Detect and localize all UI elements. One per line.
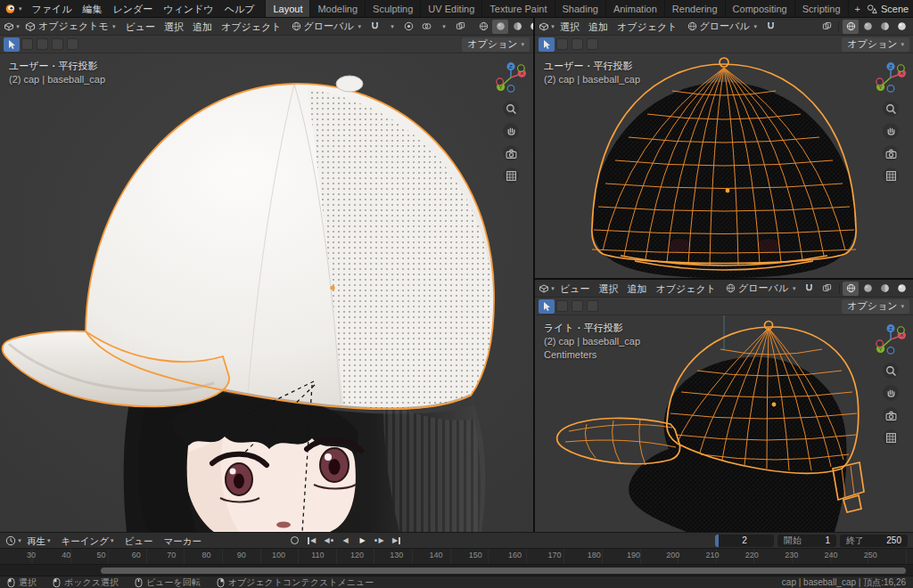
timeline-editor-type-button[interactable]: ▾ xyxy=(5,534,21,548)
viewport-menu-item[interactable]: ビュー xyxy=(121,20,160,34)
viewport-menu-item[interactable]: 選択 xyxy=(160,20,188,34)
tool-option-button[interactable] xyxy=(21,38,33,50)
zoom-button[interactable] xyxy=(883,101,899,117)
viewport-menu-item[interactable]: 選択 xyxy=(555,20,584,34)
frame-end-field[interactable]: 終了 250 xyxy=(840,535,908,547)
viewport-menu-item[interactable]: オブジェクト xyxy=(217,20,286,34)
navigation-gizmo[interactable] xyxy=(874,323,908,356)
snap-dropdown[interactable]: ▾ xyxy=(383,20,399,34)
shading-solid-button[interactable] xyxy=(492,20,508,34)
camera-view-button[interactable] xyxy=(883,407,899,423)
camera-view-button[interactable] xyxy=(883,145,899,161)
tool-option-button[interactable] xyxy=(587,38,598,50)
workspace-tab-uv-editing[interactable]: UV Editing xyxy=(420,0,481,17)
workspace-tab-rendering[interactable]: Rendering xyxy=(664,0,725,17)
viewport-menu-item[interactable]: オブジェクト xyxy=(613,20,682,34)
shading-solid-button[interactable] xyxy=(860,20,876,34)
scrollbar-thumb[interactable] xyxy=(101,568,906,574)
orientation-dropdown[interactable]: グローバル ▾ xyxy=(721,282,801,296)
workspace-tab-sculpting[interactable]: Sculpting xyxy=(365,0,420,17)
options-button[interactable]: オプション ▾ xyxy=(842,299,909,314)
pan-button[interactable] xyxy=(503,123,519,139)
workspace-tab-scripting[interactable]: Scripting xyxy=(794,0,848,17)
orientation-dropdown[interactable]: グローバル ▾ xyxy=(287,20,366,34)
viewport-menu-item[interactable]: 選択 xyxy=(595,282,623,296)
proportional-edit-toggle[interactable] xyxy=(400,20,416,34)
shading-material-button[interactable] xyxy=(509,20,525,34)
zoom-button[interactable] xyxy=(503,101,519,117)
tool-option-button[interactable] xyxy=(587,300,598,312)
viewport-top-right-canvas[interactable]: ユーザー・平行投影 (2) cap | baseball_cap xyxy=(535,53,913,278)
tool-option-button[interactable] xyxy=(556,38,568,50)
playback-menu[interactable]: 再生▾ xyxy=(21,534,56,548)
perspective-toggle-button[interactable] xyxy=(883,429,899,445)
jump-to-start-button[interactable]: ◀ xyxy=(304,535,319,547)
workspace-tab-compositing[interactable]: Compositing xyxy=(725,0,794,17)
pan-button[interactable] xyxy=(883,385,899,401)
options-button[interactable]: オプション ▾ xyxy=(462,37,530,52)
topbar-menu-item[interactable]: ヘルプ xyxy=(219,2,260,16)
xray-toggle[interactable] xyxy=(452,20,468,34)
play-reverse-button[interactable]: ◀ xyxy=(338,535,353,547)
next-keyframe-button[interactable]: ▶ xyxy=(372,535,387,547)
orientation-dropdown[interactable]: グローバル ▾ xyxy=(683,20,762,34)
xray-toggle[interactable] xyxy=(818,20,835,34)
show-gizmo-toggle[interactable] xyxy=(418,20,434,34)
editor-type-button[interactable]: ▾ xyxy=(4,20,20,34)
viewport-menu-item[interactable]: オブジェクト xyxy=(652,282,721,296)
tool-option-button[interactable] xyxy=(572,38,583,50)
topbar-menu-item[interactable]: ファイル xyxy=(27,2,78,16)
snap-toggle[interactable] xyxy=(802,282,818,296)
topbar-menu-item[interactable]: 編集 xyxy=(78,2,108,16)
jump-to-end-button[interactable]: ▶ xyxy=(389,535,404,547)
previous-keyframe-button[interactable]: ◀ xyxy=(321,535,336,547)
editor-type-button[interactable]: ▾ xyxy=(539,20,555,34)
navigation-gizmo[interactable] xyxy=(494,61,528,94)
mode-dropdown[interactable]: オブジェクトモード ▾ xyxy=(21,20,120,34)
snap-toggle[interactable] xyxy=(366,20,382,34)
perspective-toggle-button[interactable] xyxy=(883,167,899,184)
topbar-menu-item[interactable]: レンダー xyxy=(108,2,159,16)
shading-material-button[interactable] xyxy=(876,282,892,296)
viewport-menu-item[interactable]: 追加 xyxy=(584,20,613,34)
topbar-menu-item[interactable]: ウィンドウ xyxy=(158,2,218,16)
xray-toggle[interactable] xyxy=(819,282,835,296)
workspace-tab-animation[interactable]: Animation xyxy=(605,0,664,17)
auto-keying-button[interactable] xyxy=(287,535,302,547)
shading-wireframe-button[interactable] xyxy=(843,282,859,296)
active-tool-button[interactable] xyxy=(4,37,20,52)
workspace-tab-shading[interactable]: Shading xyxy=(555,0,605,17)
tool-option-button[interactable] xyxy=(37,38,48,50)
tool-option-button[interactable] xyxy=(572,300,583,312)
keying-menu[interactable]: キーイング▾ xyxy=(56,534,119,548)
viewport-menu-item[interactable]: ビュー xyxy=(555,282,595,296)
viewport-main-canvas[interactable]: ユーザー・平行投影 (2) cap | baseball_cap xyxy=(0,53,533,532)
options-button[interactable]: オプション ▾ xyxy=(842,37,909,52)
workspace-tab-layout[interactable]: Layout xyxy=(265,0,309,17)
timeline-ruler[interactable]: 3040506070809010011012013014015016017018… xyxy=(0,548,913,564)
snap-toggle[interactable] xyxy=(762,20,778,34)
marker-menu[interactable]: マーカー xyxy=(159,534,208,548)
tool-option-button[interactable] xyxy=(67,38,78,50)
camera-view-button[interactable] xyxy=(503,145,519,161)
viewport-bottom-right-canvas[interactable]: ライト・平行投影 (2) cap | baseball_cap Centimet… xyxy=(535,315,913,532)
tool-option-button[interactable] xyxy=(52,38,63,50)
perspective-toggle-button[interactable] xyxy=(503,167,519,184)
shading-rendered-button[interactable] xyxy=(893,282,909,296)
view-menu[interactable]: ビュー xyxy=(119,534,159,548)
workspace-tab-modeling[interactable]: Modeling xyxy=(309,0,365,17)
play-button[interactable]: ▶ xyxy=(355,535,370,547)
viewport-menu-item[interactable]: 追加 xyxy=(188,20,217,34)
blender-menu-button[interactable]: ▾ xyxy=(0,0,27,17)
shading-wireframe-button[interactable] xyxy=(843,20,859,34)
active-tool-button[interactable] xyxy=(539,37,555,52)
add-workspace-button[interactable]: + xyxy=(848,0,867,17)
shading-solid-button[interactable] xyxy=(860,282,876,296)
editor-type-button[interactable]: ▾ xyxy=(539,282,555,296)
overlays-dropdown[interactable]: ▾ xyxy=(435,20,451,34)
workspace-tab-texture-paint[interactable]: Texture Paint xyxy=(481,0,554,17)
shading-wireframe-button[interactable] xyxy=(475,20,491,34)
shading-material-button[interactable] xyxy=(876,20,892,34)
active-tool-button[interactable] xyxy=(539,299,555,314)
zoom-button[interactable] xyxy=(883,363,899,379)
